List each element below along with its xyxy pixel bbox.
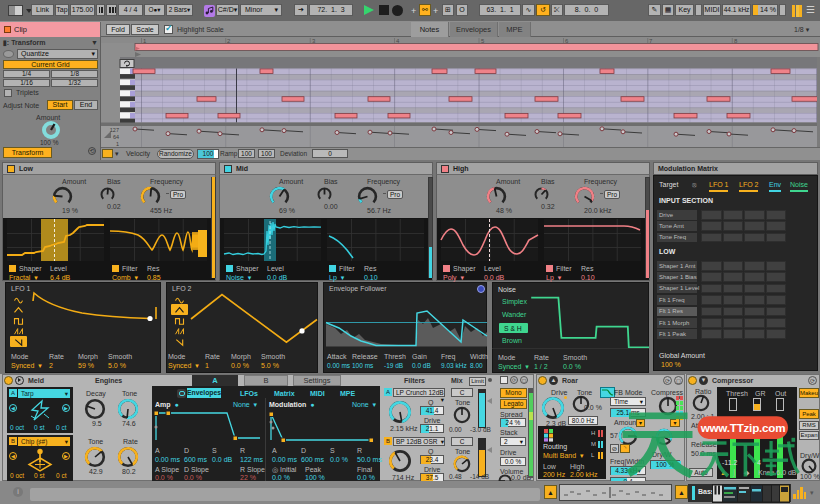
svg-text:www.TTzip.com: www.TTzip.com [700,421,786,434]
